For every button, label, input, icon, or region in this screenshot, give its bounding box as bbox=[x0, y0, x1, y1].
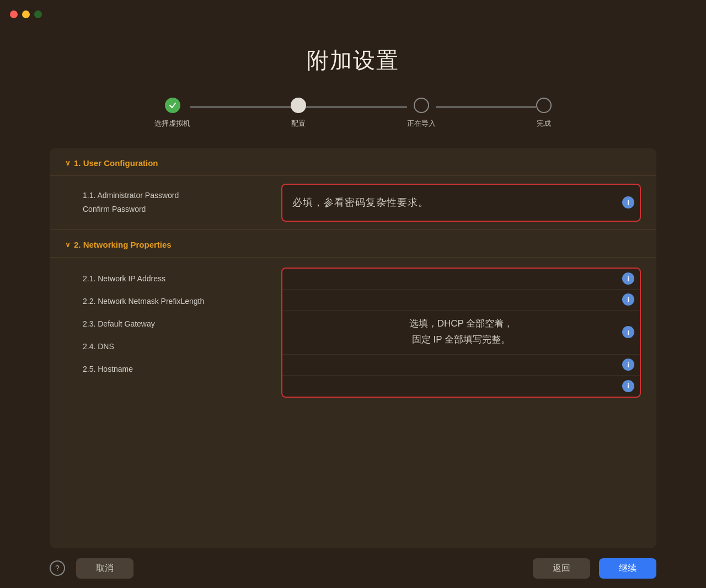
net-netmask-info-button[interactable]: i bbox=[622, 293, 634, 306]
net-row-dns: i bbox=[282, 355, 640, 376]
step-done: 完成 bbox=[536, 98, 552, 129]
net-rows-wrapper: i i 选填，DHCP 全部空着，固定 IP 全部填写完整。 bbox=[282, 269, 640, 397]
net-dns-info-button[interactable]: i bbox=[622, 359, 634, 371]
net-hostname-label: 2.5. Hostname bbox=[83, 358, 270, 381]
bottom-bar: ? 取消 返回 继续 bbox=[28, 548, 678, 588]
step-done-label: 完成 bbox=[537, 119, 551, 129]
net-row-gateway: 选填，DHCP 全部空着，固定 IP 全部填写完整。 i bbox=[282, 311, 640, 355]
page-title: 附加设置 bbox=[307, 45, 399, 76]
networking-input-area: i i 选填，DHCP 全部空着，固定 IP 全部填写完整。 bbox=[281, 268, 641, 398]
section-networking-header: ∨ 2. Networking Properties bbox=[50, 230, 656, 257]
net-row-netmask: i bbox=[282, 290, 640, 311]
step-config-circle bbox=[291, 98, 306, 113]
section-networking: ∨ 2. Networking Properties 2.1. Network … bbox=[50, 230, 656, 405]
net-gateway-label: 2.3. Default Gateway bbox=[83, 313, 270, 335]
step-config-label: 配置 bbox=[291, 119, 306, 129]
net-dns-input[interactable] bbox=[289, 359, 622, 370]
password-input-area: 必填，参看密码复杂性要求。 i bbox=[281, 184, 641, 222]
net-ip-info-button[interactable]: i bbox=[622, 272, 634, 285]
main-window: 附加设置 选择虚拟机 配置 正在导入 完成 bbox=[28, 29, 678, 588]
confirm-password-label: Confirm Password bbox=[83, 204, 270, 215]
section-user-config: ∨ 1. User Configuration 1.1. Administrat… bbox=[50, 148, 656, 229]
networking-row: 2.1. Network IP Address 2.2. Network Net… bbox=[50, 258, 656, 405]
titlebar bbox=[0, 0, 706, 29]
net-row-hostname: i bbox=[282, 376, 640, 397]
step-line-2 bbox=[306, 106, 407, 108]
step-config: 配置 bbox=[291, 98, 306, 129]
step-import: 正在导入 bbox=[407, 98, 436, 129]
password-info-button[interactable]: i bbox=[622, 196, 634, 209]
net-hostname-info-button[interactable]: i bbox=[622, 380, 634, 392]
back-button[interactable]: 返回 bbox=[533, 558, 590, 579]
steps-container: 选择虚拟机 配置 正在导入 完成 bbox=[154, 98, 552, 129]
section-user-config-header: ∨ 1. User Configuration bbox=[50, 148, 656, 175]
step-vm-label: 选择虚拟机 bbox=[154, 119, 190, 129]
cancel-button[interactable]: 取消 bbox=[76, 558, 133, 579]
step-vm: 选择虚拟机 bbox=[154, 98, 190, 129]
password-group: 必填，参看密码复杂性要求。 i bbox=[281, 184, 641, 222]
net-row-ip: i bbox=[282, 269, 640, 290]
step-vm-circle bbox=[165, 98, 180, 113]
net-dns-label: 2.4. DNS bbox=[83, 335, 270, 358]
section-networking-title: 2. Networking Properties bbox=[74, 240, 172, 249]
net-ip-label: 2.1. Network IP Address bbox=[83, 268, 270, 290]
net-hostname-input[interactable] bbox=[289, 381, 622, 392]
net-ip-input[interactable] bbox=[289, 273, 622, 284]
step-import-circle bbox=[414, 98, 429, 113]
password-labels: 1.1. Administrator Password Confirm Pass… bbox=[83, 190, 270, 215]
close-button[interactable] bbox=[10, 10, 18, 18]
step-done-circle bbox=[536, 98, 552, 113]
networking-labels: 2.1. Network IP Address 2.2. Network Net… bbox=[83, 268, 270, 381]
admin-password-label: 1.1. Administrator Password bbox=[83, 190, 270, 201]
maximize-button[interactable] bbox=[34, 10, 42, 18]
chevron-down-icon: ∨ bbox=[65, 159, 71, 167]
net-input-group: i i 选填，DHCP 全部空着，固定 IP 全部填写完整。 bbox=[281, 268, 641, 398]
password-hint-text: 必填，参看密码复杂性要求。 bbox=[282, 185, 640, 221]
help-button[interactable]: ? bbox=[50, 560, 65, 576]
password-row: 1.1. Administrator Password Confirm Pass… bbox=[50, 176, 656, 229]
section-user-config-title: 1. User Configuration bbox=[74, 158, 158, 168]
continue-button[interactable]: 继续 bbox=[599, 558, 656, 579]
chevron-down-icon-2: ∨ bbox=[65, 240, 71, 249]
traffic-lights bbox=[10, 10, 42, 18]
content-panel: ∨ 1. User Configuration 1.1. Administrat… bbox=[50, 148, 656, 548]
net-gateway-info-button[interactable]: i bbox=[622, 326, 634, 338]
step-import-label: 正在导入 bbox=[407, 119, 436, 129]
minimize-button[interactable] bbox=[22, 10, 30, 18]
net-netmask-input[interactable] bbox=[289, 294, 622, 305]
net-netmask-label: 2.2. Network Netmask PrefixLength bbox=[83, 290, 270, 313]
step-line-3 bbox=[436, 106, 536, 108]
step-line-1 bbox=[190, 106, 291, 108]
